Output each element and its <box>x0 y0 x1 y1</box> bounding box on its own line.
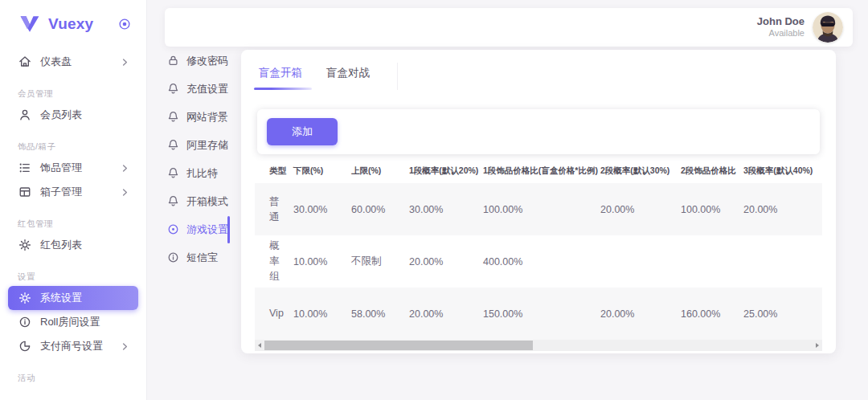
settings-nav-item-site-background[interactable]: 网站背景 <box>166 103 229 131</box>
settings-nav-label: 游戏设置 <box>186 222 228 237</box>
sidebar-section-members: 会员管理 <box>8 88 138 100</box>
table-row: 概率组 10.00% 不限制 20.00% 400.00% <box>255 235 822 288</box>
cell: 10.00% <box>293 288 351 340</box>
tabs: 盲盒开箱 盲盒对战 <box>241 50 836 90</box>
sidebar-item-redpacket-list[interactable]: 红包列表 <box>8 233 138 257</box>
bell-icon <box>166 110 180 124</box>
settings-nav-item-zhabite[interactable]: 扎比特 <box>166 159 229 187</box>
sidebar-item-payment-merchant-settings[interactable]: 支付商号设置 <box>8 334 138 358</box>
cell: 20.00% <box>600 183 681 235</box>
cell: 30.00% <box>409 183 483 235</box>
settings-nav-item-recharge[interactable]: 充值设置 <box>166 75 229 103</box>
settings-nav: 修改密码 充值设置 网站背景 阿里存储 扎比特 开箱模式 游戏设置 短信宝 <box>166 47 229 271</box>
cell: 150.00% <box>483 288 600 340</box>
settings-nav-label: 开箱模式 <box>186 194 228 209</box>
cell: Vip <box>255 288 293 340</box>
settings-nav-label: 扎比特 <box>186 166 218 181</box>
tab-blindbox-battle[interactable]: 盲盒对战 <box>325 61 371 90</box>
cell: 100.00% <box>483 183 600 235</box>
probability-table: 类型 下限(%) 上限(%) 1段概率(默认20%) 1段饰品价格比(盲盒价格*… <box>241 159 836 351</box>
brand-name: Vuexy <box>48 15 117 33</box>
cell: 25.00% <box>743 288 822 340</box>
col-seg2-probability: 2段概率(默认30%) <box>600 159 681 183</box>
lock-icon <box>166 54 180 67</box>
cell: 400.00% <box>483 235 600 288</box>
sidebar-item-accessory-management[interactable]: 饰品管理 <box>8 156 138 180</box>
user-icon <box>18 108 32 122</box>
sidebar-section-items-boxes: 饰品/箱子 <box>8 141 138 153</box>
sidebar-item-member-list[interactable]: 会员列表 <box>8 103 138 127</box>
settings-nav-item-game-settings[interactable]: 游戏设置 <box>166 215 229 243</box>
cell: 60.00% <box>351 183 409 235</box>
main-card: 盲盒开箱 盲盒对战 添加 类型 下限(%) 上限(%) 1段概率(默认20%) <box>241 50 836 353</box>
cell: 概率组 <box>255 235 293 288</box>
home-icon <box>18 55 32 69</box>
sidebar-item-label: 支付商号设置 <box>40 339 112 353</box>
cell: 160.00% <box>681 288 743 340</box>
sidebar-item-label: 箱子管理 <box>40 185 112 199</box>
cell: 20.00% <box>743 183 822 235</box>
box-icon <box>18 185 32 199</box>
settings-nav-label: 短信宝 <box>186 251 218 265</box>
sidebar-item-label: 红包列表 <box>40 238 130 252</box>
sidebar-item-label: 仪表盘 <box>40 55 112 69</box>
cell: 58.00% <box>351 288 409 340</box>
sidebar-item-roll-room-settings[interactable]: Roll房间设置 <box>8 310 138 334</box>
sidebar-item-box-management[interactable]: 箱子管理 <box>8 180 138 204</box>
chevron-right-icon <box>120 57 130 67</box>
settings-nav-active-indicator <box>227 216 230 243</box>
scroll-left-icon[interactable] <box>255 340 264 351</box>
table-row: Vip 10.00% 58.00% 20.00% 150.00% 20.00% … <box>255 288 822 340</box>
cell: 100.00% <box>681 183 743 235</box>
tab-blindbox-open[interactable]: 盲盒开箱 <box>257 61 304 90</box>
info-icon <box>18 315 32 329</box>
cell: 20.00% <box>600 288 681 340</box>
cell <box>600 235 681 288</box>
user-meta: John Doe Available <box>757 15 805 39</box>
table-header-row: 类型 下限(%) 上限(%) 1段概率(默认20%) 1段饰品价格比(盲盒价格*… <box>255 159 822 183</box>
settings-nav-label: 修改密码 <box>186 54 228 68</box>
user-status: Available <box>757 28 805 39</box>
cell: 不限制 <box>351 235 409 288</box>
sidebar-item-system-settings[interactable]: 系统设置 <box>8 286 138 310</box>
chevron-right-icon <box>120 187 130 198</box>
list-icon <box>18 161 32 175</box>
scrollbar-track[interactable] <box>264 340 813 351</box>
brand: Vuexy <box>0 5 146 43</box>
sidebar-item-dashboard[interactable]: 仪表盘 <box>8 50 138 74</box>
scroll-right-icon[interactable] <box>813 340 822 351</box>
col-seg1-probability: 1段概率(默认20%) <box>409 159 483 183</box>
col-lower-limit: 下限(%) <box>293 159 351 183</box>
chevron-right-icon <box>120 341 130 352</box>
cell: 10.00% <box>293 235 351 288</box>
cell: 普通 <box>255 183 293 235</box>
sidebar-section-redpacket: 红包管理 <box>8 218 138 230</box>
page: Vuexy 仪表盘 会员管理 会员列表 饰品/箱子 饰品管理 <box>0 0 868 400</box>
cell: 20.00% <box>409 235 483 288</box>
settings-nav-label: 网站背景 <box>186 110 228 124</box>
avatar[interactable] <box>813 12 843 43</box>
vuexy-logo-icon <box>19 15 40 33</box>
settings-nav-item-unbox-mode[interactable]: 开箱模式 <box>166 187 229 215</box>
horizontal-scrollbar[interactable] <box>255 340 822 351</box>
col-seg1-price-ratio: 1段饰品价格比(盲盒价格*比例) <box>483 159 600 183</box>
add-button[interactable]: 添加 <box>267 118 338 145</box>
chevron-right-icon <box>120 163 130 173</box>
sidebar: Vuexy 仪表盘 会员管理 会员列表 饰品/箱子 饰品管理 <box>0 0 147 400</box>
col-seg3-probability: 3段概率(默认40%) <box>743 159 822 183</box>
bell-icon <box>166 138 180 152</box>
col-type: 类型 <box>255 159 293 183</box>
bell-icon <box>166 194 180 208</box>
circle-dot-icon <box>166 222 180 236</box>
scrollbar-thumb[interactable] <box>264 341 533 350</box>
settings-nav-item-ali-storage[interactable]: 阿里存储 <box>166 131 229 159</box>
user-name: John Doe <box>757 15 805 28</box>
settings-nav-item-smsbao[interactable]: 短信宝 <box>166 243 229 271</box>
sidebar-pin-icon[interactable] <box>117 17 132 31</box>
sidebar-menu: 仪表盘 会员管理 会员列表 饰品/箱子 饰品管理 箱子管理 红包管理 <box>0 43 146 384</box>
sidebar-item-label: 饰品管理 <box>40 161 112 175</box>
settings-nav-item-change-password[interactable]: 修改密码 <box>166 47 229 75</box>
info-icon <box>166 251 180 264</box>
sidebar-item-label: Roll房间设置 <box>40 315 130 329</box>
cell <box>681 235 743 288</box>
